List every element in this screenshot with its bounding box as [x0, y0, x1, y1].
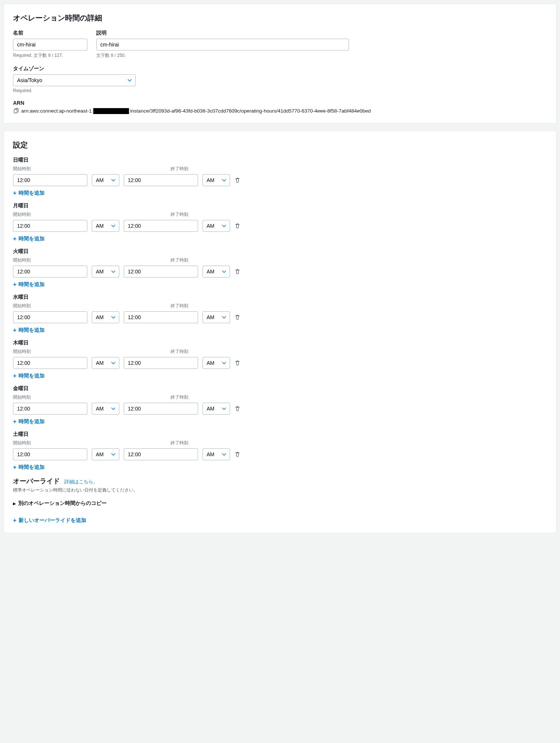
end-time-label: 終了時刻	[171, 440, 245, 446]
end-time-input[interactable]	[124, 448, 198, 460]
add-time-link[interactable]: +時間を追加	[13, 236, 45, 242]
add-time-link[interactable]: +時間を追加	[13, 281, 45, 288]
add-time-link[interactable]: +時間を追加	[13, 190, 45, 197]
start-ampm-select[interactable]: AM	[92, 403, 119, 415]
start-ampm-select[interactable]: AM	[92, 357, 119, 369]
start-time-label: 開始時刻	[13, 166, 122, 172]
end-time-label: 終了時刻	[171, 257, 245, 263]
tz-help: Required.	[13, 88, 547, 93]
end-time-input[interactable]	[124, 357, 198, 369]
start-ampm-select[interactable]: AM	[92, 174, 119, 186]
add-time-link[interactable]: +時間を追加	[13, 327, 45, 334]
details-panel: オペレーション時間の詳細 名前 Required. 文字数 8 / 127. 説…	[4, 4, 556, 123]
start-time-label: 開始時刻	[13, 440, 122, 446]
plus-icon: +	[13, 419, 16, 425]
triangle-right-icon: ▶	[13, 502, 16, 506]
delete-icon[interactable]	[234, 360, 240, 366]
start-time-input[interactable]	[13, 311, 87, 323]
add-time-label: 時間を追加	[19, 373, 45, 379]
add-time-link[interactable]: +時間を追加	[13, 418, 45, 425]
start-ampm-select[interactable]: AM	[92, 220, 119, 232]
delete-icon[interactable]	[234, 406, 240, 412]
add-override-label: 新しいオーバーライドを追加	[19, 517, 86, 524]
tz-label: タイムゾーン	[13, 65, 547, 72]
settings-panel: 設定 日曜日開始時刻終了時刻AMAM+時間を追加月曜日開始時刻終了時刻AMAM+…	[4, 131, 556, 533]
add-override-link[interactable]: + 新しいオーバーライドを追加	[13, 517, 86, 524]
plus-icon: +	[13, 373, 16, 379]
add-time-label: 時間を追加	[19, 327, 45, 334]
add-time-label: 時間を追加	[19, 281, 45, 288]
start-ampm-select[interactable]: AM	[92, 448, 119, 460]
end-time-label: 終了時刻	[171, 394, 245, 400]
desc-label: 説明	[96, 30, 349, 36]
add-time-label: 時間を追加	[19, 418, 45, 425]
end-ampm-select[interactable]: AM	[203, 220, 230, 232]
end-time-input[interactable]	[124, 220, 198, 232]
delete-icon[interactable]	[234, 223, 240, 229]
end-time-label: 終了時刻	[171, 348, 245, 355]
end-ampm-select[interactable]: AM	[203, 403, 230, 415]
start-time-input[interactable]	[13, 174, 87, 186]
add-time-label: 時間を追加	[19, 190, 45, 197]
end-time-input[interactable]	[124, 311, 198, 323]
start-time-input[interactable]	[13, 448, 87, 460]
arn-value-row: arn:aws:connect:ap-northeast-1::instance…	[13, 108, 547, 114]
end-ampm-select[interactable]: AM	[203, 357, 230, 369]
override-details-link[interactable]: 詳細はこちら。	[64, 478, 98, 485]
tz-select[interactable]: Asia/Tokyo	[13, 74, 136, 86]
delete-icon[interactable]	[234, 451, 240, 457]
add-time-link[interactable]: +時間を追加	[13, 464, 45, 471]
end-time-label: 終了時刻	[171, 303, 245, 309]
start-time-label: 開始時刻	[13, 394, 122, 400]
day-name: 火曜日	[13, 248, 547, 255]
arn-label: ARN	[13, 100, 547, 106]
tz-select-wrap: Asia/Tokyo	[13, 74, 136, 86]
plus-icon: +	[13, 327, 16, 333]
end-time-input[interactable]	[124, 403, 198, 415]
day-block: 水曜日開始時刻終了時刻AMAM+時間を追加	[13, 294, 547, 334]
day-block: 木曜日開始時刻終了時刻AMAM+時間を追加	[13, 340, 547, 379]
delete-icon[interactable]	[234, 314, 240, 320]
end-ampm-select[interactable]: AM	[203, 174, 230, 186]
start-time-input[interactable]	[13, 220, 87, 232]
svg-rect-0	[14, 109, 17, 113]
name-help: Required. 文字数 8 / 127.	[13, 52, 87, 59]
add-time-label: 時間を追加	[19, 236, 45, 242]
add-time-link[interactable]: +時間を追加	[13, 373, 45, 379]
day-block: 日曜日開始時刻終了時刻AMAM+時間を追加	[13, 157, 547, 197]
desc-input[interactable]	[96, 39, 349, 51]
plus-icon: +	[13, 282, 16, 288]
day-block: 月曜日開始時刻終了時刻AMAM+時間を追加	[13, 202, 547, 242]
day-name: 木曜日	[13, 340, 547, 346]
start-time-input[interactable]	[13, 403, 87, 415]
copy-from-toggle[interactable]: ▶ 別のオペレーション時間からのコピー	[13, 500, 547, 507]
day-name: 土曜日	[13, 431, 547, 438]
details-heading: オペレーション時間の詳細	[13, 13, 547, 23]
day-name: 金曜日	[13, 385, 547, 392]
desc-help: 文字数 8 / 250.	[96, 52, 349, 59]
name-input[interactable]	[13, 39, 87, 51]
end-ampm-select[interactable]: AM	[203, 448, 230, 460]
start-time-label: 開始時刻	[13, 257, 122, 263]
start-time-input[interactable]	[13, 266, 87, 278]
settings-heading: 設定	[13, 140, 547, 150]
delete-icon[interactable]	[234, 177, 240, 183]
end-ampm-select[interactable]: AM	[203, 266, 230, 278]
name-field-group: 名前 Required. 文字数 8 / 127.	[13, 30, 87, 59]
copy-icon[interactable]	[13, 108, 19, 114]
plus-icon: +	[13, 236, 16, 242]
day-name: 日曜日	[13, 157, 547, 163]
day-block: 土曜日開始時刻終了時刻AMAM+時間を追加	[13, 431, 547, 471]
start-ampm-select[interactable]: AM	[92, 266, 119, 278]
plus-icon: +	[13, 517, 16, 523]
end-time-input[interactable]	[124, 266, 198, 278]
end-ampm-select[interactable]: AM	[203, 311, 230, 323]
end-time-input[interactable]	[124, 174, 198, 186]
start-time-input[interactable]	[13, 357, 87, 369]
day-block: 火曜日開始時刻終了時刻AMAM+時間を追加	[13, 248, 547, 288]
start-ampm-select[interactable]: AM	[92, 311, 119, 323]
redacted-account	[93, 108, 129, 114]
delete-icon[interactable]	[234, 269, 240, 275]
plus-icon: +	[13, 190, 16, 196]
name-label: 名前	[13, 30, 87, 36]
